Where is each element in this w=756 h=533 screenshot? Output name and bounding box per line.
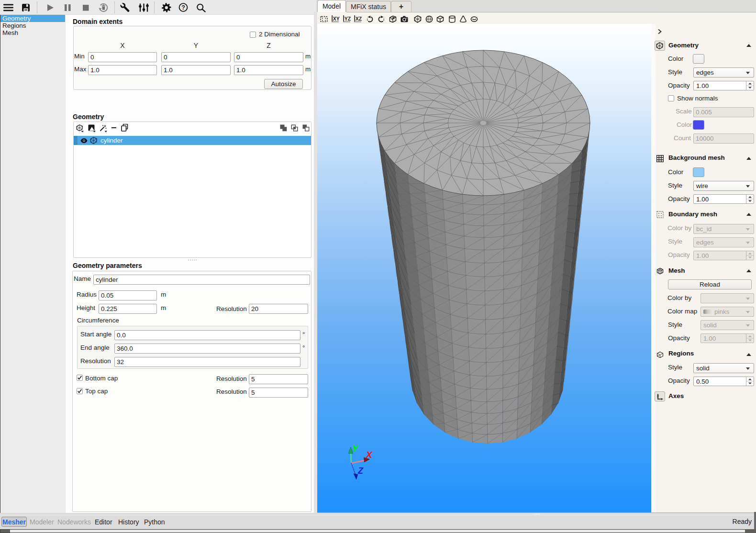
svg-text:Z: Z <box>357 466 364 476</box>
svg-text:X: X <box>366 450 373 460</box>
svg-text:XZ: XZ <box>356 16 362 22</box>
svg-text:YZ: YZ <box>345 16 351 22</box>
svg-text:XY: XY <box>333 16 340 22</box>
svg-text:?: ? <box>181 4 185 11</box>
